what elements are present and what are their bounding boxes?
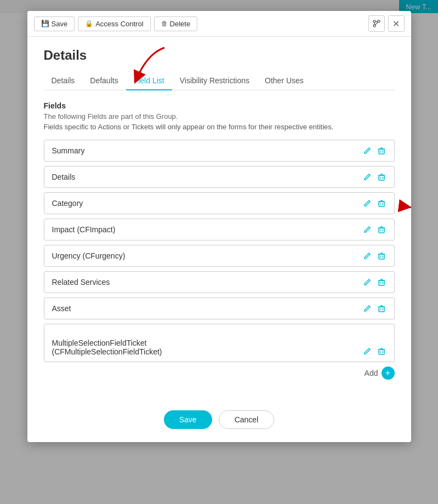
svg-rect-31 [379,280,384,285]
tab-other-uses[interactable]: Other Uses [257,72,311,90]
edit-icon [363,278,371,286]
svg-point-2 [378,20,380,22]
save-label: Save [52,20,68,28]
trash-icon [378,199,385,207]
edit-icon [363,305,371,312]
edit-multiple-selection-button[interactable] [362,346,372,356]
edit-impact-button[interactable] [362,225,372,234]
field-actions-related-services [362,277,386,287]
tab-visibility[interactable]: Visibility Restrictions [172,72,257,90]
svg-rect-26 [379,254,384,259]
delete-summary-button[interactable] [377,146,386,156]
field-row: Category [44,192,395,214]
fields-description: The following Fields are part of this Gr… [44,112,395,121]
trash-icon [378,252,385,260]
save-button[interactable]: 💾 Save [34,16,75,31]
field-actions-details [362,172,386,182]
edit-icon [363,252,371,260]
edit-icon [363,173,371,181]
modal-content: Details Details Defaults Field List Visi… [27,37,411,402]
field-actions-summary [362,146,386,156]
modal: 💾 Save 🔒 Access Control 🗑 Delete [27,11,411,442]
field-name-impact: Impact (CFImpact) [52,225,362,234]
delete-button[interactable]: 🗑 Delete [154,16,198,31]
tab-details[interactable]: Details [44,72,83,90]
add-row: Add + [44,366,395,380]
edit-category-button[interactable] [362,198,372,208]
field-row: Details [44,166,395,188]
add-label: Add [365,369,378,377]
field-name-category: Category [52,199,362,208]
delete-impact-button[interactable] [377,225,386,234]
svg-point-0 [373,20,376,22]
footer-save-button[interactable]: Save [164,410,212,429]
edit-icon [363,347,371,355]
field-list: Summary [44,140,395,362]
field-row: Related Services [44,271,395,293]
trash-icon [378,173,385,181]
delete-label: Delete [170,20,191,28]
svg-rect-16 [379,202,384,207]
fields-label: Fields [44,101,395,110]
modal-footer: Save Cancel [27,402,411,442]
edit-icon [363,226,371,233]
lock-icon: 🔒 [85,20,93,27]
delete-urgency-button[interactable] [377,251,386,261]
svg-rect-36 [379,307,384,312]
field-name-urgency: Urgency (CFurgency) [52,251,362,260]
branch-button[interactable] [368,15,385,32]
close-icon: ✕ [393,19,400,29]
annotation-arrow-2 [389,193,411,220]
edit-related-services-button[interactable] [362,277,372,287]
field-row: Summary [44,140,395,162]
trash-icon [378,278,385,286]
access-control-button[interactable]: 🔒 Access Control [78,16,150,31]
field-actions-category [362,198,386,208]
trash-icon [378,226,385,233]
field-actions-urgency [362,251,386,261]
tabs: Details Defaults Field List Visibility R… [44,72,395,90]
trash-icon [378,147,385,154]
delete-category-button[interactable] [377,198,386,208]
field-row: Impact (CFImpact) [44,219,395,240]
tab-field-list[interactable]: Field List [126,72,172,90]
add-field-button[interactable]: + [382,366,395,380]
tab-defaults[interactable]: Defaults [82,72,126,90]
fields-section: Fields The following Fields are part of … [44,101,395,380]
svg-rect-21 [379,228,384,233]
field-name-multiple-selection: MultipleSelectionFieldTicket(CFMultipleS… [52,339,362,356]
field-actions-impact [362,225,386,234]
branch-icon [372,19,381,28]
modal-title: Details [44,48,395,63]
field-row: Urgency (CFurgency) [44,245,395,267]
edit-urgency-button[interactable] [362,251,372,261]
access-control-label: Access Control [95,20,143,28]
save-icon: 💾 [41,20,49,27]
delete-details-button[interactable] [377,172,386,182]
delete-multiple-selection-button[interactable] [377,346,386,356]
trash-icon [378,305,385,312]
field-name-details: Details [52,173,362,181]
field-row: Asset [44,297,395,319]
svg-line-5 [375,22,378,25]
modal-toolbar: 💾 Save 🔒 Access Control 🗑 Delete [27,11,411,37]
modal-overlay: 💾 Save 🔒 Access Control 🗑 Delete [0,0,438,504]
field-actions-multiple-selection [362,346,386,356]
fields-note: Fields specific to Actions or Tickets wi… [44,123,395,131]
field-name-related-services: Related Services [52,278,362,287]
field-row: MultipleSelectionFieldTicket(CFMultipleS… [44,324,395,362]
close-button[interactable]: ✕ [388,15,405,32]
edit-asset-button[interactable] [362,303,372,313]
edit-summary-button[interactable] [362,146,372,156]
svg-rect-11 [379,175,384,180]
delete-related-services-button[interactable] [377,277,386,287]
svg-rect-41 [379,350,384,354]
field-name-asset: Asset [52,304,362,313]
footer-cancel-button[interactable]: Cancel [219,410,275,429]
trash-icon [378,347,385,355]
field-actions-asset [362,303,386,313]
svg-rect-6 [379,149,384,154]
delete-asset-button[interactable] [377,303,386,313]
edit-details-button[interactable] [362,172,372,182]
edit-icon [363,199,371,207]
